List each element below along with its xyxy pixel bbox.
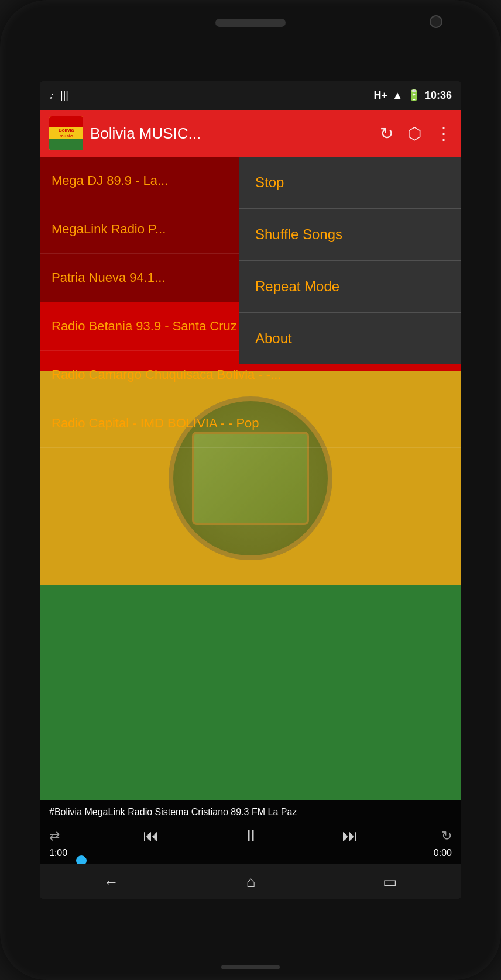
pause-button[interactable]: ⏸	[242, 826, 259, 846]
app-bar: Boliviamusic Bolivia MUSIC... ↻ ⬡ ⋮	[40, 110, 461, 157]
logo-text: Boliviamusic	[59, 127, 74, 139]
refresh-button[interactable]: ↻	[380, 124, 393, 143]
menu-item-stop[interactable]: Stop	[239, 157, 461, 209]
player-bar: #Bolivia MegaLink Radio Sistema Cristian…	[40, 800, 461, 864]
menu-item-shuffle-songs[interactable]: Shuffle Songs	[239, 209, 461, 261]
nav-bar: ← ⌂ ▭	[40, 864, 461, 899]
home-button[interactable]: ⌂	[246, 873, 256, 891]
next-button[interactable]: ⏭	[342, 826, 358, 846]
app-title: Bolivia MUSIC...	[90, 125, 373, 143]
phone-camera	[430, 15, 442, 28]
player-controls: ⇄ ⏮ ⏸ ⏭ ↻	[49, 824, 452, 848]
share-button[interactable]: ⬡	[407, 124, 421, 143]
phone-home-notch	[221, 965, 280, 969]
time-remaining: 0:00	[434, 848, 452, 858]
music-status-icon: ♪	[49, 89, 54, 102]
shuffle-button[interactable]: ⇄	[49, 829, 60, 844]
menu-item-repeat-mode[interactable]: Repeat Mode	[239, 261, 461, 313]
dropdown-menu: Stop Shuffle Songs Repeat Mode About	[239, 157, 461, 364]
signal-icon: ▲	[392, 89, 403, 102]
status-left: ♪ |||	[49, 89, 68, 102]
phone-speaker	[215, 19, 286, 27]
menu-item-about[interactable]: About	[239, 313, 461, 364]
network-type: H+	[374, 89, 388, 102]
now-playing-label: #Bolivia MegaLink Radio Sistema Cristian…	[49, 805, 452, 820]
status-bar: ♪ ||| H+ ▲ 🔋 10:36	[40, 81, 461, 110]
clock: 10:36	[425, 89, 452, 102]
repeat-button[interactable]: ↻	[441, 829, 452, 844]
logo-green-stripe	[49, 139, 83, 150]
time-display: 1:00 0:00	[49, 848, 452, 858]
back-button[interactable]: ←	[104, 873, 119, 891]
time-elapsed: 1:00	[49, 848, 67, 858]
recents-button[interactable]: ▭	[383, 873, 397, 891]
app-bar-actions: ↻ ⬡ ⋮	[380, 124, 452, 143]
main-content: Mega DJ 89.9 - La... MegaLink Radio P...…	[40, 157, 461, 800]
more-options-button[interactable]: ⋮	[435, 124, 452, 143]
flag-green-band	[40, 585, 461, 800]
phone-screen: ♪ ||| H+ ▲ 🔋 10:36 Boliviamusic Bolivia …	[40, 81, 461, 899]
logo-red-stripe	[49, 116, 83, 127]
app-logo: Boliviamusic	[49, 116, 83, 150]
status-right: H+ ▲ 🔋 10:36	[374, 89, 452, 102]
signal-bars-icon: |||	[60, 89, 68, 102]
phone-device: ♪ ||| H+ ▲ 🔋 10:36 Boliviamusic Bolivia …	[0, 0, 501, 980]
previous-button[interactable]: ⏮	[143, 826, 159, 846]
battery-icon: 🔋	[407, 89, 420, 102]
radio-item-capital[interactable]: Radio Capital - IMD BOLIVIA - - Pop	[40, 399, 461, 448]
